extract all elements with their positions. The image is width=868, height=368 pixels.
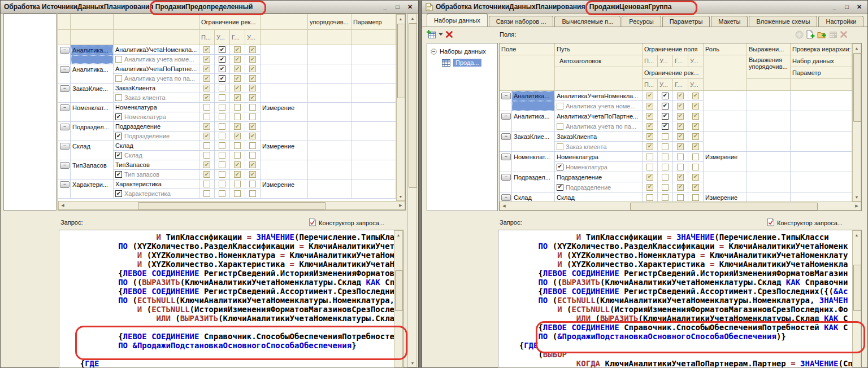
restriction-checkbox[interactable]	[203, 142, 210, 149]
hierarchy-cell[interactable]	[791, 111, 852, 121]
restriction-cell[interactable]	[245, 64, 261, 74]
collapse-row-icon[interactable]	[501, 113, 511, 120]
tab-наборы-данных[interactable]: Наборы данных	[427, 14, 488, 27]
ordering-expression-cell[interactable]	[747, 142, 791, 152]
restriction-cell[interactable]	[245, 179, 261, 189]
restriction-cell[interactable]	[199, 84, 215, 93]
scroll-up-icon[interactable]	[409, 14, 416, 22]
hierarchy-cell[interactable]	[791, 91, 852, 101]
hierarchy-cell[interactable]	[351, 160, 396, 170]
restriction-checkbox[interactable]	[662, 123, 669, 130]
path-cell[interactable]: Номенклатура	[555, 152, 643, 162]
restriction-checkbox[interactable]	[646, 194, 653, 201]
field-cell[interactable]	[71, 93, 114, 103]
restriction-cell[interactable]	[245, 74, 261, 84]
restriction-cell[interactable]	[230, 93, 245, 103]
restriction-cell[interactable]	[215, 170, 230, 179]
restriction-checkbox[interactable]	[692, 123, 699, 130]
row-selector-cell[interactable]	[58, 141, 71, 151]
restriction-cell[interactable]	[199, 141, 215, 151]
restriction-checkbox[interactable]	[249, 133, 256, 139]
role-cell[interactable]	[261, 170, 308, 179]
path-cell[interactable]: Характеристика	[114, 179, 199, 189]
collapse-row-icon[interactable]	[60, 104, 70, 111]
path-cell[interactable]: Аналитика учета по па...	[555, 121, 643, 132]
field-cell[interactable]: ТипЗапасов	[71, 160, 114, 170]
row-selector-cell[interactable]	[58, 170, 71, 179]
path-cell[interactable]: Склад	[114, 141, 199, 151]
restriction-checkbox[interactable]	[646, 184, 653, 191]
restriction-cell[interactable]	[230, 55, 245, 64]
ordering-expression-cell[interactable]	[308, 64, 351, 74]
field-cell[interactable]	[71, 74, 114, 84]
restriction-checkbox[interactable]	[219, 65, 225, 72]
path-cell[interactable]: Подразделение	[555, 182, 643, 192]
right-titlebar[interactable]: Обработка ИсточникиДанныхПланирования: П…	[422, 1, 867, 14]
query-builder-label[interactable]: Конструктор запроса...	[319, 220, 384, 226]
restriction-checkbox[interactable]	[203, 133, 210, 139]
restriction-cell[interactable]	[215, 132, 230, 141]
hierarchy-cell[interactable]	[351, 170, 396, 179]
row-selector-cell[interactable]	[58, 122, 71, 132]
right-table-hscrollbar[interactable]	[500, 201, 861, 211]
field-cell[interactable]: ЗаказКлие...	[512, 132, 555, 142]
restriction-checkbox[interactable]	[203, 94, 210, 101]
role-cell[interactable]	[261, 84, 308, 93]
restriction-cell[interactable]	[245, 141, 261, 151]
tab-вложенные-схемы[interactable]: Вложенные схемы	[749, 16, 817, 27]
left-window-vscrollbar[interactable]	[407, 14, 417, 367]
row-selector-cell[interactable]	[58, 112, 71, 122]
ordering-expression-cell[interactable]	[308, 179, 351, 189]
restriction-cell[interactable]	[230, 141, 245, 151]
use-field-checkbox[interactable]	[115, 171, 122, 178]
collapse-row-icon[interactable]	[501, 133, 511, 140]
field-cell[interactable]	[71, 112, 114, 122]
add-field-icon[interactable]	[806, 30, 815, 39]
row-selector-cell[interactable]	[500, 172, 512, 182]
restriction-checkbox[interactable]	[677, 154, 684, 160]
restriction-checkbox[interactable]	[234, 94, 241, 101]
restriction-cell[interactable]	[688, 142, 704, 152]
hierarchy-cell[interactable]	[351, 141, 396, 151]
restriction-checkbox[interactable]	[234, 46, 241, 53]
scroll-up-icon[interactable]	[853, 44, 861, 52]
restriction-checkbox[interactable]	[692, 133, 699, 140]
hierarchy-cell[interactable]	[791, 101, 852, 111]
ordering-expression-cell[interactable]	[308, 160, 351, 170]
restriction-cell[interactable]	[215, 103, 230, 112]
scroll-thumb[interactable]	[138, 202, 326, 210]
ordering-expression-cell[interactable]	[747, 132, 791, 142]
restriction-checkbox[interactable]	[203, 123, 210, 130]
path-cell[interactable]: Аналитика учета номе...	[114, 55, 199, 64]
restriction-cell[interactable]	[199, 112, 215, 122]
path-cell[interactable]: Характеристика	[114, 189, 199, 199]
use-field-checkbox[interactable]	[115, 133, 122, 139]
restriction-checkbox[interactable]	[692, 103, 699, 109]
restriction-cell[interactable]	[245, 103, 261, 112]
restriction-cell[interactable]	[673, 111, 688, 121]
row-selector-cell[interactable]	[58, 132, 71, 141]
field-cell[interactable]	[71, 151, 114, 160]
restriction-cell[interactable]	[643, 132, 658, 142]
path-cell[interactable]: Номенклатура	[555, 162, 643, 172]
field-cell[interactable]: Аналитика...	[512, 91, 555, 101]
restriction-checkbox[interactable]	[662, 133, 669, 140]
restriction-checkbox[interactable]	[234, 85, 241, 91]
restriction-checkbox[interactable]	[219, 190, 225, 197]
path-cell[interactable]: Заказ клиента	[555, 142, 643, 152]
hierarchy-cell[interactable]	[351, 45, 396, 55]
tree-item-datasets[interactable]: Наборы данных	[427, 46, 497, 57]
restriction-checkbox[interactable]	[234, 133, 241, 139]
restriction-cell[interactable]	[230, 151, 245, 160]
use-field-checkbox[interactable]	[115, 152, 122, 159]
path-cell[interactable]: Тип запасов	[114, 170, 199, 179]
ordering-expression-cell[interactable]	[308, 84, 351, 93]
ordering-expression-cell[interactable]	[747, 101, 791, 111]
field-cell[interactable]: ЗаказКлие...	[71, 84, 114, 93]
restriction-cell[interactable]	[673, 132, 688, 142]
role-cell[interactable]	[261, 189, 308, 199]
restriction-cell[interactable]	[673, 182, 688, 192]
restriction-cell[interactable]	[245, 55, 261, 64]
restriction-checkbox[interactable]	[692, 143, 699, 150]
restriction-cell[interactable]	[215, 151, 230, 160]
